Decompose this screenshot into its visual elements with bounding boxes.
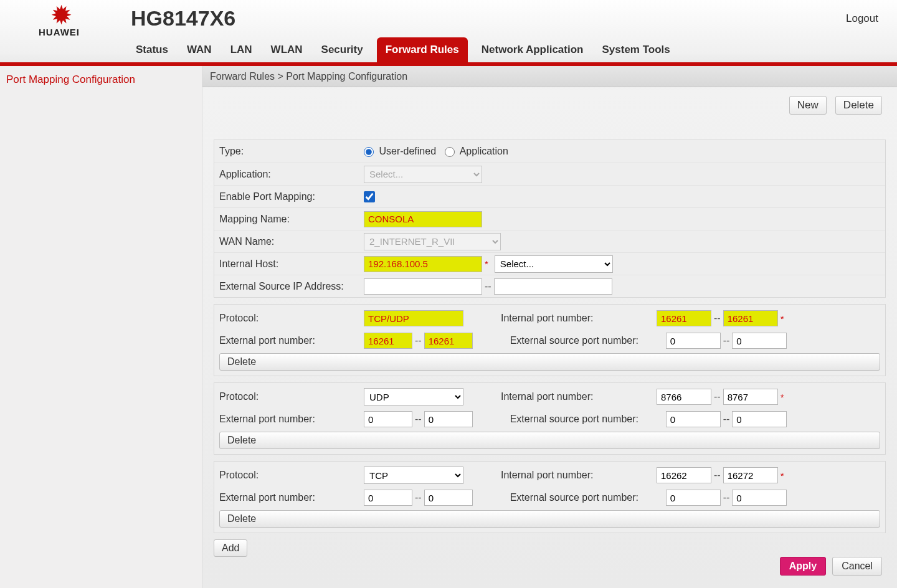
dash-icon: -- [723, 492, 730, 503]
protocol-label: Protocol: [219, 313, 364, 324]
port-rule-0: Protocol: Internal port number: -- * Ext… [214, 304, 886, 376]
breadcrumb: Forward Rules > Port Mapping Configurati… [202, 66, 897, 87]
external-src-port-label: External source port number: [510, 414, 666, 425]
content: Forward Rules > Port Mapping Configurati… [202, 66, 897, 588]
dash-icon: -- [485, 281, 491, 292]
external-port-label: External port number: [219, 335, 364, 346]
type-user-defined-radio[interactable]: User-defined [364, 146, 436, 157]
new-button[interactable]: New [789, 96, 827, 115]
internal-host-input[interactable] [364, 256, 482, 272]
wan-name-select: 2_INTERNET_R_VII [364, 233, 501, 250]
external-port-end-input[interactable] [424, 333, 473, 349]
external-src-port-label: External source port number: [510, 335, 666, 346]
internal-host-select[interactable]: Select... [495, 255, 613, 273]
required-star: * [485, 258, 488, 269]
ext-src-ip-end-input[interactable] [494, 278, 612, 295]
application-label: Application: [219, 169, 364, 180]
dash-icon: -- [723, 414, 730, 425]
external-port-start-input[interactable] [364, 411, 412, 427]
model-title: HG8147X6 [131, 6, 235, 31]
dash-icon: -- [714, 313, 721, 324]
type-application-input[interactable] [445, 147, 455, 157]
internal-port-end-input[interactable] [723, 310, 778, 326]
protocol-label: Protocol: [219, 470, 364, 481]
ext-src-ip-start-input[interactable] [364, 278, 482, 295]
header: ✹ HUAWEI HG8147X6 Logout StatusWANLANWLA… [0, 0, 897, 62]
logout-link[interactable]: Logout [846, 12, 878, 25]
dash-icon: -- [415, 414, 422, 425]
protocol-label: Protocol: [219, 391, 364, 402]
internal-port-end-input[interactable] [723, 467, 778, 483]
external-src-port-start-input[interactable] [666, 411, 721, 427]
brand-logo: ✹ HUAWEI [12, 3, 106, 37]
external-port-end-input[interactable] [424, 411, 473, 427]
apply-button[interactable]: Apply [780, 557, 826, 576]
external-port-label: External port number: [219, 492, 364, 503]
protocol-select[interactable]: TCP [364, 467, 463, 484]
protocol-select[interactable]: UDP [364, 388, 463, 405]
protocol-input[interactable] [364, 310, 463, 326]
cancel-button[interactable]: Cancel [832, 557, 882, 576]
main-area: Port Mapping Configuration Forward Rules… [0, 66, 897, 588]
content-toolbar: New Delete [789, 96, 882, 115]
external-port-start-input[interactable] [364, 490, 412, 506]
internal-port-end-input[interactable] [723, 389, 778, 405]
internal-port-label: Internal port number: [501, 391, 657, 402]
nav-status[interactable]: Status [131, 39, 173, 62]
general-section: Type: User-defined Application Applicati… [214, 140, 886, 298]
nav-system-tools[interactable]: System Tools [597, 39, 675, 62]
nav-wlan[interactable]: WLAN [266, 39, 308, 62]
dash-icon: -- [714, 391, 721, 402]
port-rule-2: Protocol: TCP Internal port number: -- *… [214, 461, 886, 533]
external-src-port-end-input[interactable] [732, 490, 787, 506]
nav-network-application[interactable]: Network Application [477, 39, 589, 62]
nav-wan[interactable]: WAN [182, 39, 217, 62]
required-star: * [781, 392, 784, 402]
type-user-defined-input[interactable] [364, 147, 374, 157]
external-port-start-input[interactable] [364, 333, 412, 349]
external-src-port-end-input[interactable] [732, 333, 787, 349]
wan-name-label: WAN Name: [219, 236, 364, 247]
type-application-radio[interactable]: Application [445, 146, 508, 157]
external-src-port-label: External source port number: [510, 492, 666, 503]
internal-port-label: Internal port number: [501, 313, 657, 324]
nav-security[interactable]: Security [316, 39, 368, 62]
dash-icon: -- [415, 492, 422, 503]
type-label: Type: [219, 146, 364, 157]
external-port-label: External port number: [219, 414, 364, 425]
external-src-port-start-input[interactable] [666, 333, 721, 349]
form-panel: Type: User-defined Application Applicati… [214, 140, 886, 557]
nav-forward-rules[interactable]: Forward Rules [377, 37, 468, 62]
dash-icon: -- [415, 335, 422, 346]
ext-src-ip-label: External Source IP Address: [219, 281, 364, 292]
required-star: * [781, 470, 784, 481]
required-star: * [781, 313, 784, 324]
enable-port-mapping-checkbox[interactable] [364, 191, 375, 202]
internal-host-label: Internal Host: [219, 258, 364, 270]
nav-lan[interactable]: LAN [225, 39, 257, 62]
internal-port-label: Internal port number: [501, 470, 657, 481]
delete-rule-button[interactable]: Delete [219, 432, 880, 449]
port-rule-1: Protocol: UDP Internal port number: -- *… [214, 382, 886, 455]
external-src-port-end-input[interactable] [732, 411, 787, 427]
internal-port-start-input[interactable] [657, 467, 711, 483]
internal-port-start-input[interactable] [657, 389, 711, 405]
brand-text: HUAWEI [12, 27, 106, 37]
sidebar: Port Mapping Configuration [0, 66, 202, 588]
sidebar-item-port-mapping[interactable]: Port Mapping Configuration [0, 70, 202, 90]
mapping-name-label: Mapping Name: [219, 214, 364, 225]
external-port-end-input[interactable] [424, 490, 473, 506]
delete-rule-button[interactable]: Delete [219, 353, 880, 371]
enable-label: Enable Port Mapping: [219, 191, 364, 202]
external-src-port-start-input[interactable] [666, 490, 721, 506]
footer-actions: Apply Cancel [780, 557, 882, 576]
application-select: Select... [364, 166, 482, 183]
add-button[interactable]: Add [214, 539, 247, 557]
mapping-name-input[interactable] [364, 211, 482, 227]
huawei-petal-icon: ✹ [12, 3, 106, 28]
delete-button[interactable]: Delete [835, 96, 882, 115]
main-nav: StatusWANLANWLANSecurityForward RulesNet… [131, 39, 675, 62]
internal-port-start-input[interactable] [657, 310, 711, 326]
delete-rule-button[interactable]: Delete [219, 510, 880, 528]
dash-icon: -- [723, 335, 730, 346]
